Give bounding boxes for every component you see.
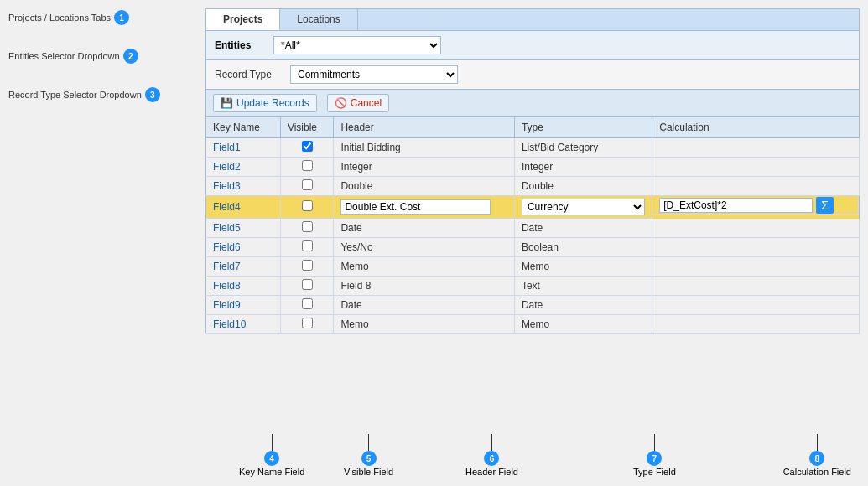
header-cell: Integer [334,158,515,177]
entities-row: Entities *All* [205,30,860,60]
visible-cell[interactable] [280,196,333,219]
visible-cell[interactable] [280,177,333,196]
key-name-cell: Field5 [206,219,281,238]
badge-6: 6 [484,451,499,466]
col-header-keyname: Key Name [206,117,281,138]
type-cell: Boolean [514,238,652,257]
calc-cell [652,296,860,315]
label-visible: Visible Field [344,467,393,477]
col-header-header: Header [334,117,515,138]
table-row: Field6Yes/NoBoolean [206,238,860,257]
visible-checkbox[interactable] [302,179,313,190]
type-cell: Date [514,219,652,238]
header-input[interactable] [340,199,491,215]
table-row: Field7MemoMemo [206,257,860,277]
header-cell[interactable] [334,196,515,219]
badge-8: 8 [809,451,824,466]
key-name-cell: Field6 [206,238,281,257]
col-header-visible: Visible [280,117,333,138]
type-cell: List/Bid Category [514,138,652,158]
record-type-selector[interactable]: Commitments [290,65,458,84]
header-cell: Date [334,296,515,315]
tab-locations[interactable]: Locations [280,9,357,30]
type-cell: Memo [514,315,652,334]
calc-input[interactable] [659,198,813,213]
header-cell: Yes/No [334,238,515,257]
type-cell[interactable]: CurrencyIntegerDoubleDateBooleanMemoText… [514,196,652,219]
visible-cell[interactable] [280,138,333,158]
label-type: Type Field [633,467,676,477]
header-cell: Field 8 [334,277,515,296]
cancel-button[interactable]: 🚫 Cancel [327,94,389,112]
type-cell: Date [514,296,652,315]
visible-cell[interactable] [280,315,333,334]
sigma-button[interactable]: Σ [816,197,834,214]
cancel-icon: 🚫 [335,97,347,109]
type-cell: Integer [514,158,652,177]
badge-2: 2 [123,49,138,64]
visible-cell[interactable] [280,277,333,296]
label-header: Header Field [465,467,518,477]
label-key-name: Key Name Field [239,467,304,477]
visible-checkbox[interactable] [302,141,313,152]
record-type-row: Record Type Commitments [205,60,860,90]
table-row: Field3DoubleDouble [206,177,860,196]
header-cell: Memo [334,257,515,277]
key-name-cell: Field7 [206,257,281,277]
calc-cell [652,158,860,177]
visible-checkbox[interactable] [302,318,313,328]
label-record-type-dropdown: Record Type Selector Dropdown [8,90,142,100]
visible-checkbox[interactable] [302,260,313,271]
update-records-label: Update Records [236,97,309,109]
calc-cell [652,177,860,196]
update-records-button[interactable]: 💾 Update Records [213,94,317,112]
visible-cell[interactable] [280,238,333,257]
record-type-label: Record Type [215,69,282,80]
visible-checkbox[interactable] [302,279,313,290]
calc-cell[interactable]: Σ [652,196,859,215]
col-header-calc: Calculation [652,117,860,138]
key-name-cell: Field10 [206,315,281,334]
toolbar: 💾 Update Records 🚫 Cancel [205,90,860,117]
key-name-cell: Field4 [206,196,281,219]
badge-1: 1 [114,10,129,25]
badge-4: 4 [264,451,279,466]
calc-cell [652,219,860,238]
key-name-cell: Field2 [206,158,281,177]
visible-checkbox[interactable] [302,221,313,232]
type-cell: Memo [514,257,652,277]
visible-checkbox[interactable] [302,200,313,211]
badge-7: 7 [647,451,662,466]
table-row: Field4CurrencyIntegerDoubleDateBooleanMe… [206,196,860,219]
data-table: Key Name Visible Header Type Calculation… [205,117,860,334]
label-projects-tabs: Projects / Locations Tabs [8,13,111,23]
entities-selector[interactable]: *All* [273,36,441,54]
badge-5: 5 [361,451,377,466]
visible-checkbox[interactable] [302,240,313,251]
header-cell: Initial Bidding [334,138,515,158]
type-select[interactable]: CurrencyIntegerDoubleDateBooleanMemoText… [522,199,645,215]
table-row: Field8Field 8Text [206,277,860,296]
label-calculation: Calculation Field [783,467,851,477]
table-row: Field9DateDate [206,296,860,315]
cancel-label: Cancel [351,97,382,109]
header-cell: Memo [334,315,515,334]
key-name-cell: Field3 [206,177,281,196]
table-row: Field5DateDate [206,219,860,238]
key-name-cell: Field9 [206,296,281,315]
entities-label: Entities [215,39,265,51]
table-row: Field1Initial BiddingList/Bid Category [206,138,860,158]
col-header-type: Type [514,117,652,138]
visible-cell[interactable] [280,219,333,238]
visible-cell[interactable] [280,296,333,315]
main-container: Projects Locations Entities *All* Record… [205,8,860,436]
tab-projects[interactable]: Projects [206,9,280,30]
visible-cell[interactable] [280,158,333,177]
calc-cell [652,138,860,158]
visible-checkbox[interactable] [302,298,313,309]
table-row: Field10MemoMemo [206,315,860,334]
visible-checkbox[interactable] [302,160,313,171]
type-cell: Text [514,277,652,296]
visible-cell[interactable] [280,257,333,277]
tabs-bar: Projects Locations [205,8,860,30]
